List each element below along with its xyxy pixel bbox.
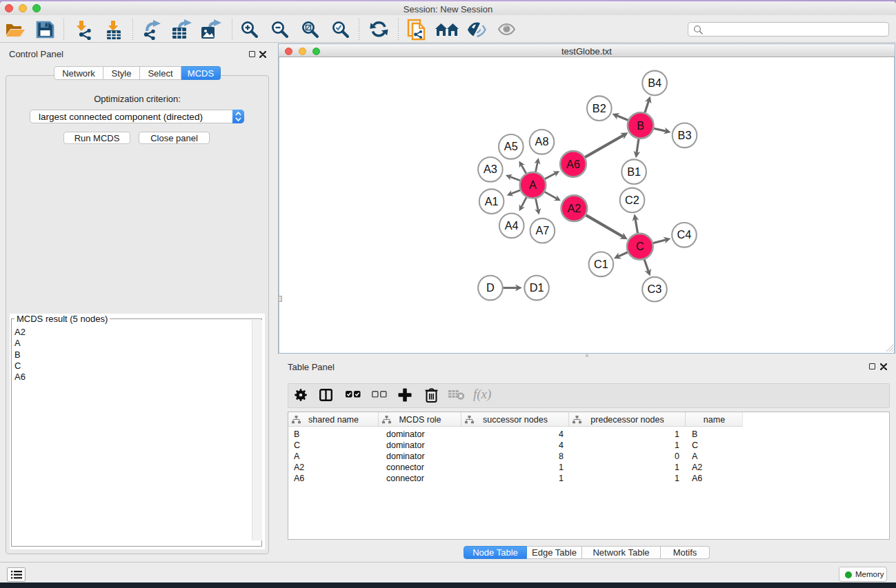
svg-text:A5: A5 [504, 140, 518, 152]
svg-text:D: D [486, 281, 495, 294]
svg-text:C3: C3 [648, 283, 662, 295]
svg-text:B4: B4 [648, 77, 661, 89]
svg-text:A1: A1 [485, 195, 499, 207]
svg-text:A4: A4 [505, 219, 519, 232]
svg-text:B3: B3 [678, 129, 692, 141]
svg-text:C: C [636, 240, 644, 252]
svg-text:A: A [529, 179, 537, 191]
svg-text:B: B [637, 119, 644, 132]
svg-text:A6: A6 [566, 158, 580, 170]
svg-text:C2: C2 [625, 194, 639, 206]
svg-text:A3: A3 [484, 163, 497, 175]
svg-text:B2: B2 [593, 102, 606, 114]
svg-text:C4: C4 [677, 228, 692, 241]
svg-text:D1: D1 [530, 281, 544, 294]
svg-text:B1: B1 [627, 165, 641, 178]
svg-text:A8: A8 [535, 135, 549, 148]
svg-text:A7: A7 [535, 224, 549, 236]
svg-text:A2: A2 [567, 202, 581, 214]
svg-text:C1: C1 [594, 258, 608, 270]
